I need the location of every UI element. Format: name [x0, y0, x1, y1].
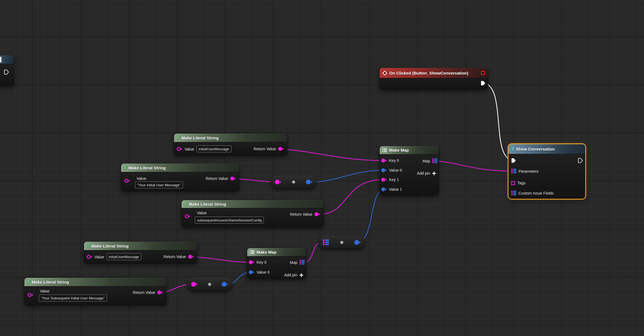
- node-title: Make Literal String: [91, 244, 129, 248]
- set-pin-icon[interactable]: [511, 181, 515, 185]
- struct-output-pin[interactable]: [222, 282, 228, 287]
- node-make-literal-string-2[interactable]: f Make Literal String Value "Your Iniita…: [121, 164, 239, 191]
- node-header: f Make Literal String: [121, 164, 239, 172]
- node-title: Make Literal String: [182, 136, 219, 140]
- function-icon: f: [124, 165, 126, 170]
- exec-output-pin[interactable]: [4, 69, 9, 75]
- exec-input-pin[interactable]: [511, 158, 516, 163]
- map-pin-icon[interactable]: [511, 169, 516, 174]
- return-value-pin[interactable]: [230, 177, 236, 180]
- clipped-title-fragment: [0, 57, 1, 62]
- wire-string-mls1-to-makemap-key0[interactable]: [280, 149, 383, 161]
- value-pin[interactable]: [249, 270, 254, 274]
- node-title: Make Map: [389, 148, 409, 152]
- value-input[interactable]: initialUserMessage: [196, 146, 231, 152]
- pin-label: Return Value: [206, 176, 228, 181]
- key-pin[interactable]: [381, 159, 387, 162]
- return-value-pin[interactable]: [157, 291, 163, 294]
- return-value-pin[interactable]: [188, 255, 194, 259]
- conversion-node-b[interactable]: [319, 236, 365, 249]
- value-input-pin[interactable]: [124, 179, 130, 183]
- plus-icon: [300, 273, 303, 277]
- node-show-conversation[interactable]: f Show Conversation Parameters: [508, 144, 585, 199]
- value-input-pin[interactable]: [28, 293, 33, 297]
- function-icon: f: [27, 279, 30, 284]
- pin-label: Return Value: [133, 290, 155, 295]
- conversion-dot-icon: [208, 283, 211, 286]
- blueprint-graph-canvas[interactable]: On Clicked (Button_ShowConversation) f S…: [0, 0, 644, 336]
- delegate-pin-icon[interactable]: [481, 71, 485, 75]
- conversion-dot-icon: [292, 180, 295, 184]
- map-output-pin-icon[interactable]: [432, 159, 437, 163]
- pin-label: Value: [40, 289, 50, 293]
- key-pin[interactable]: [381, 178, 387, 182]
- wire-struct-conversion-a-to-makemap-value0[interactable]: [309, 170, 383, 182]
- pin-label: Value 1: [389, 187, 402, 192]
- node-make-literal-string-4[interactable]: f Make Literal String Value initialUserM…: [84, 242, 197, 263]
- add-pin-button[interactable]: Add pin: [284, 273, 303, 277]
- node-header: On Clicked (Button_ShowConversation): [380, 68, 488, 78]
- value-input[interactable]: subsequentIssuesInSameSessionConfig: [195, 217, 264, 224]
- node-header: f Make Literal String: [174, 134, 287, 142]
- wire-string-mls4-to-makemapbottom-key0[interactable]: [190, 257, 251, 262]
- value-input-pin[interactable]: [87, 255, 92, 259]
- exec-output-pin[interactable]: [481, 80, 485, 86]
- node-make-literal-string-5[interactable]: f Make Literal String Value "Your Subseq…: [24, 278, 166, 305]
- value-input[interactable]: "Your Iniital User Message": [135, 182, 183, 189]
- conversion-node-a[interactable]: [271, 175, 316, 189]
- pin-label: Return Value: [254, 147, 276, 151]
- exec-output-pin[interactable]: [578, 158, 583, 163]
- function-icon: f: [184, 201, 187, 207]
- struct-output-pin[interactable]: [354, 240, 361, 245]
- node-title: Make Literal String: [129, 166, 166, 170]
- return-value-pin[interactable]: [278, 147, 284, 151]
- node-make-map-top[interactable]: Make Map Key 0 Value 0 Key 1 Value 1 Map…: [380, 146, 439, 195]
- return-value-pin[interactable]: [315, 212, 320, 216]
- node-on-clicked-event[interactable]: On Clicked (Button_ShowConversation): [380, 68, 488, 89]
- pin-label: Value: [185, 147, 194, 151]
- event-diamond-icon: [382, 71, 387, 75]
- node-header: f Make Literal String: [24, 278, 166, 286]
- node-make-map-bottom[interactable]: Make Map Key 0 Value 0 Map Add pin: [247, 248, 306, 279]
- conversion-dot-icon: [340, 241, 343, 244]
- value-input[interactable]: initialUserMessage: [106, 253, 141, 260]
- conversion-node-c[interactable]: [187, 277, 232, 291]
- value-input-pin[interactable]: [177, 147, 182, 151]
- pin-label: Return Value: [290, 212, 312, 217]
- pin-label: Parameters: [518, 169, 538, 173]
- value-pin[interactable]: [381, 168, 387, 172]
- struct-output-pin[interactable]: [306, 180, 312, 184]
- pin-label: Value: [137, 176, 146, 181]
- value-input[interactable]: "Your Subsequent Iniital User Message": [39, 295, 107, 302]
- node-make-literal-string-1[interactable]: f Make Literal String Value initialUserM…: [174, 134, 287, 155]
- string-input-pin[interactable]: [191, 282, 198, 287]
- pin-label: Custom Issue Fields: [518, 191, 554, 195]
- node-header: [0, 55, 14, 64]
- map-input-pin-icon[interactable]: [323, 239, 329, 246]
- node-header: Make Map: [380, 146, 439, 154]
- pin-label: Map: [290, 260, 297, 264]
- pin-label: Key 1: [389, 177, 399, 182]
- value-pin[interactable]: [381, 187, 387, 191]
- node-make-literal-string-3[interactable]: f Make Literal String Value subsequentIs…: [182, 200, 323, 227]
- add-pin-label: Add pin: [417, 171, 430, 175]
- function-icon: f: [87, 243, 89, 248]
- wire-struct-conversion-b-to-makemap-value1[interactable]: [358, 189, 383, 242]
- node-partial-left-edge[interactable]: [0, 55, 14, 86]
- key-pin[interactable]: [249, 260, 254, 264]
- value-input-pin[interactable]: [185, 214, 190, 218]
- wire-map-makemaptop-to-parameters[interactable]: [435, 161, 513, 171]
- string-input-pin[interactable]: [275, 180, 281, 184]
- node-title: On Clicked (Button_ShowConversation): [389, 71, 468, 75]
- function-icon: f: [177, 135, 179, 140]
- node-header: f Show Conversation: [508, 144, 585, 154]
- node-header: Make Map: [247, 248, 306, 256]
- make-map-icon: [382, 148, 387, 152]
- node-title: Show Conversation: [516, 147, 555, 151]
- map-pin-icon[interactable]: [511, 191, 516, 195]
- add-pin-button[interactable]: Add pin: [417, 171, 436, 175]
- pin-label: Map: [423, 159, 430, 163]
- pin-label: Value: [94, 254, 104, 259]
- map-output-pin-icon[interactable]: [300, 260, 305, 265]
- pin-label: Return Value: [163, 254, 186, 259]
